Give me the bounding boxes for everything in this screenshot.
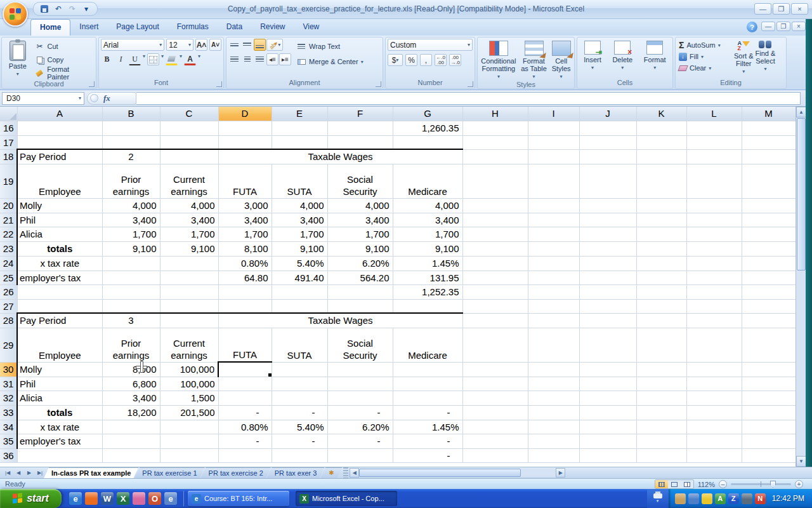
cell-B18[interactable]: 2: [102, 149, 160, 164]
row-header-18[interactable]: 18: [0, 149, 17, 164]
cell-G17[interactable]: [393, 135, 462, 149]
column-header-A[interactable]: A: [17, 107, 102, 121]
cell-K33[interactable]: [636, 405, 686, 420]
cell-H24[interactable]: [462, 256, 528, 271]
format-as-table-button[interactable]: Format as Table▾: [521, 39, 547, 79]
cell-F20[interactable]: 4,000: [327, 198, 393, 213]
cell-K18[interactable]: [636, 149, 686, 164]
cell-J26[interactable]: [579, 284, 636, 299]
cell-K29[interactable]: [636, 328, 686, 362]
cell-H20[interactable]: [462, 198, 528, 213]
cell-C20[interactable]: 4,000: [160, 198, 218, 213]
cell-H22[interactable]: [462, 227, 528, 241]
cell-L21[interactable]: [686, 213, 742, 227]
cell-J30[interactable]: [579, 362, 636, 377]
cell-H34[interactable]: [462, 420, 528, 434]
cell-L23[interactable]: [686, 241, 742, 256]
cell-J18[interactable]: [579, 149, 636, 164]
column-header-F[interactable]: F: [327, 107, 393, 121]
cell-L24[interactable]: [686, 256, 742, 271]
messenger-buddy-icon[interactable]: [675, 493, 686, 504]
percent-style-button[interactable]: %: [405, 54, 417, 66]
cell-E26[interactable]: [272, 284, 327, 299]
cell-A19[interactable]: Employee: [17, 164, 102, 198]
cell-H30[interactable]: [462, 362, 528, 377]
cell-A36[interactable]: [17, 448, 102, 462]
cell-D20[interactable]: 3,000: [218, 198, 272, 213]
cell-B24[interactable]: [102, 256, 160, 271]
cell-K34[interactable]: [636, 420, 686, 434]
align-bottom-button[interactable]: [254, 39, 266, 51]
cell-J35[interactable]: [579, 434, 636, 448]
cell-M25[interactable]: [742, 271, 796, 284]
sheet-tab-in-class-pr-tax-example[interactable]: In-class PR tax example: [44, 467, 138, 478]
cell-B17[interactable]: [102, 135, 160, 149]
page-layout-view-button[interactable]: [668, 480, 681, 488]
cell-K17[interactable]: [636, 135, 686, 149]
cell-J29[interactable]: [579, 328, 636, 362]
cell-L32[interactable]: [686, 391, 742, 405]
cell-I23[interactable]: [528, 241, 579, 256]
horizontal-scrollbar[interactable]: ◀ ▶: [350, 468, 811, 478]
copy-button[interactable]: Copy: [33, 54, 94, 65]
underline-button[interactable]: U: [129, 53, 141, 65]
cell-A27[interactable]: [17, 299, 102, 313]
cell-D18[interactable]: Taxable Wages: [218, 149, 462, 164]
cell-L33[interactable]: [686, 405, 742, 420]
cell-J28[interactable]: [579, 313, 636, 328]
cell-M33[interactable]: [742, 405, 796, 420]
borders-dropdown-arrow[interactable]: ▾: [161, 53, 164, 65]
cell-H25[interactable]: [462, 271, 528, 284]
cell-B35[interactable]: [102, 434, 160, 448]
cell-F31[interactable]: [327, 377, 393, 391]
taskbar-button-browser[interactable]: eCourse: BT 165: Intr...: [188, 491, 289, 506]
scroll-right-arrow[interactable]: ▶: [556, 468, 565, 478]
close-button[interactable]: ×: [791, 3, 808, 15]
cell-D35[interactable]: -: [218, 434, 272, 448]
cell-L31[interactable]: [686, 377, 742, 391]
cell-K31[interactable]: [636, 377, 686, 391]
orientation-button[interactable]: ab▸▾: [266, 39, 283, 51]
cell-I26[interactable]: [528, 284, 579, 299]
cell-A31[interactable]: Phil: [17, 377, 102, 391]
cell-C34[interactable]: [160, 420, 218, 434]
cell-L35[interactable]: [686, 434, 742, 448]
cell-F35[interactable]: -: [327, 434, 393, 448]
cell-H26[interactable]: [462, 284, 528, 299]
excel-icon[interactable]: X: [117, 492, 129, 505]
row-header-27[interactable]: 27: [0, 299, 17, 313]
row-header-36[interactable]: 36: [0, 448, 17, 462]
name-box[interactable]: D30▾: [2, 92, 84, 105]
antivirus-a-icon[interactable]: A: [715, 493, 726, 504]
cell-K20[interactable]: [636, 198, 686, 213]
fill-color-button[interactable]: [166, 53, 178, 65]
cell-C28[interactable]: [160, 313, 218, 328]
row-header-25[interactable]: 25: [0, 271, 17, 284]
cell-L29[interactable]: [686, 328, 742, 362]
tab-home[interactable]: Home: [30, 19, 70, 36]
cell-E17[interactable]: [272, 135, 327, 149]
cell-L25[interactable]: [686, 271, 742, 284]
explorer-icon[interactable]: e: [164, 492, 177, 505]
cell-I20[interactable]: [528, 198, 579, 213]
last-sheet-button[interactable]: ▶|: [35, 469, 45, 478]
workbook-minimize-button[interactable]: —: [761, 22, 775, 31]
cell-I33[interactable]: [528, 405, 579, 420]
increase-indent-button[interactable]: ▸≡: [279, 53, 291, 65]
cell-A17[interactable]: [17, 135, 102, 149]
cell-F26[interactable]: [327, 284, 393, 299]
cell-F24[interactable]: 6.20%: [327, 256, 393, 271]
cell-L20[interactable]: [686, 198, 742, 213]
cell-E24[interactable]: 5.40%: [272, 256, 327, 271]
cell-L34[interactable]: [686, 420, 742, 434]
zonealarm-icon[interactable]: Z: [728, 493, 739, 504]
row-header-20[interactable]: 20: [0, 198, 17, 213]
column-header-K[interactable]: K: [636, 107, 686, 121]
delete-cells-button[interactable]: × Delete▾: [612, 39, 632, 77]
cell-F19[interactable]: SocialSecurity: [327, 164, 393, 198]
cell-K27[interactable]: [636, 299, 686, 313]
cell-D24[interactable]: 0.80%: [218, 256, 272, 271]
cell-J36[interactable]: [579, 448, 636, 462]
normal-view-button[interactable]: [655, 480, 668, 488]
cell-K22[interactable]: [636, 227, 686, 241]
